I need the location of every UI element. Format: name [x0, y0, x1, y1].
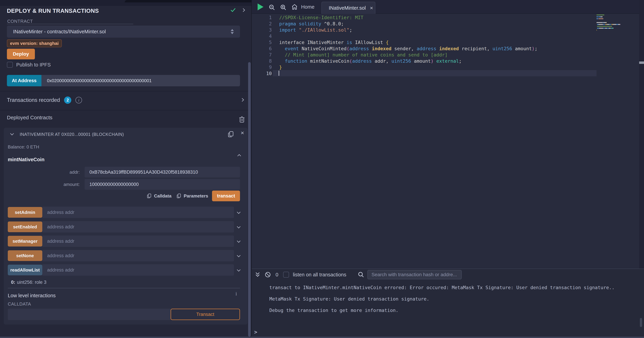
function-row: setAdmin — [8, 207, 240, 218]
setnone-arg-input[interactable] — [42, 250, 234, 261]
readallowlist-arg-input[interactable] — [42, 264, 234, 276]
panel-scrollbar-thumb[interactable] — [248, 62, 251, 336]
function-name: mintNativeCoin — [8, 157, 44, 162]
evm-version-badge: evm version: shanghai — [7, 39, 62, 47]
terminal-log-line: Debug the transaction to get more inform… — [269, 308, 614, 319]
app-statusbar — [0, 336, 644, 338]
select-updown-icon — [231, 29, 234, 34]
setmanager-arg-input[interactable] — [42, 236, 234, 247]
low-level-calldata-input[interactable] — [8, 309, 171, 320]
amount-field-input[interactable]: 1000000000000000000 — [84, 179, 240, 190]
active-tab-label: INativeMinter.sol — [329, 5, 366, 11]
deploy-run-panel: DEPLOY & RUN TRANSACTIONS CONTRACT INati… — [0, 0, 252, 338]
setadmin-button[interactable]: setAdmin — [8, 207, 42, 218]
setmanager-expand-chevron-icon[interactable] — [237, 239, 240, 243]
transact-button[interactable]: transact — [212, 190, 240, 201]
zoom-in-icon[interactable] — [280, 4, 287, 11]
at-address-input[interactable]: 0x02000000000000000000000000000000000000… — [42, 75, 240, 86]
contract-balance: Balance: 0 ETH — [8, 144, 39, 150]
function-row: setManager — [8, 236, 240, 247]
function-collapse-chevron-icon[interactable] — [238, 154, 241, 158]
panel-top-strip — [0, 0, 252, 6]
collapse-terminal-icon[interactable] — [254, 271, 261, 278]
clear-console-ban-icon[interactable] — [264, 271, 272, 278]
setenabled-expand-chevron-icon[interactable] — [237, 225, 240, 228]
run-script-play-icon[interactable] — [258, 4, 264, 10]
deployed-contracts-header: Deployed Contracts — [7, 114, 52, 120]
copy-address-icon[interactable] — [228, 130, 234, 138]
tab-home[interactable]: Home — [291, 4, 314, 10]
terminal-scrollbar-thumb[interactable] — [640, 318, 642, 327]
amount-field-label: amount: — [4, 182, 80, 187]
listen-all-transactions-label: listen on all transactions — [293, 272, 346, 278]
copy-parameters-button[interactable]: Parameters — [176, 193, 208, 199]
transactions-expand-chevron-icon[interactable] — [240, 98, 244, 102]
listen-all-transactions-checkbox[interactable] — [283, 272, 289, 278]
result-index: 0: — [11, 280, 15, 285]
terminal-search-input[interactable] — [368, 270, 462, 279]
setnone-button[interactable]: setNone — [8, 250, 42, 261]
low-level-interactions-title: Low level interactions — [8, 293, 56, 298]
parameters-button-label: Parameters — [184, 193, 208, 199]
contract-select-value: INativeMinter - contracts/INativeMinter.… — [13, 29, 106, 34]
readallowlist-button[interactable]: readAllowList — [8, 265, 42, 275]
transactions-count-badge: 2 — [64, 96, 71, 104]
home-tab-label: Home — [301, 4, 314, 10]
editor-line-numbers: 12345678910 — [259, 14, 272, 77]
publish-ipfs-label: Publish to IPFS — [16, 62, 51, 68]
calldata-button-label: Calldata — [154, 193, 172, 199]
remove-contract-icon[interactable]: × — [241, 130, 244, 136]
panel-title: DEPLOY & RUN TRANSACTIONS — [7, 8, 99, 14]
editor-tabbar: Home INativeMinter.sol × — [252, 0, 644, 14]
zoom-out-icon[interactable] — [268, 4, 276, 11]
setnone-expand-chevron-icon[interactable] — [237, 254, 240, 257]
calldata-label: CALLDATA — [8, 302, 31, 307]
trash-icon[interactable] — [239, 116, 245, 123]
readallowlist-expand-chevron-icon[interactable] — [237, 268, 240, 272]
setenabled-button[interactable]: setEnabled — [8, 222, 42, 232]
terminal-log-line: MetaMask Tx Signature: User denied trans… — [269, 296, 614, 308]
tab-inativeminter-sol[interactable]: INativeMinter.sol × — [322, 2, 375, 14]
terminal-panel: 0 listen on all transactions transact to… — [252, 268, 644, 336]
editor-right-gutter — [639, 0, 644, 268]
deploy-button[interactable]: Deploy — [7, 49, 35, 60]
contract-card-header[interactable]: INATIVEMINTER AT 0X020...00001 (BLOCKCHA… — [4, 128, 248, 140]
setadmin-arg-input[interactable] — [42, 207, 234, 218]
deployed-contract-card: INATIVEMINTER AT 0X020...00001 (BLOCKCHA… — [4, 128, 248, 324]
terminal-toolbar: 0 listen on all transactions — [252, 269, 644, 280]
card-collapse-chevron-icon[interactable] — [10, 132, 14, 135]
result-value: uint256: role 3 — [17, 280, 46, 285]
low-level-transact-button[interactable]: Transact — [170, 309, 240, 320]
top-notch — [125, 0, 252, 2]
addr-field-input[interactable]: 0xB78cbAa319ffBD899951AA30D4320f58189383… — [84, 167, 240, 178]
home-icon — [291, 4, 298, 10]
at-address-button[interactable]: At Address — [7, 75, 42, 86]
setmanager-button[interactable]: setManager — [8, 236, 42, 246]
call-result: 0:uint256: role 3 — [11, 280, 46, 285]
editor-scrollbar-handle[interactable] — [639, 62, 644, 64]
terminal-log-line: transact to INativeMinter.mintNativeCoin… — [269, 285, 614, 296]
editor-code-area[interactable]: //SPDX-License-Identifier: MITpragma sol… — [279, 14, 538, 77]
terminal-prompt[interactable]: > — [254, 329, 257, 335]
low-level-info-icon[interactable]: i — [236, 291, 237, 296]
addr-field-label: addr: — [4, 170, 80, 175]
editor-minimap[interactable] — [596, 14, 639, 268]
publish-ipfs-checkbox[interactable] — [7, 62, 13, 68]
function-row: setNone — [8, 250, 240, 261]
contract-label: CONTRACT — [7, 19, 33, 24]
panel-collapse-chevron-icon[interactable] — [241, 8, 245, 12]
editor-cursor — [279, 70, 279, 76]
pending-tx-count: 0 — [276, 272, 278, 278]
transactions-recorded-section: Transactions recorded 2 i — [0, 91, 252, 110]
compile-success-check-icon — [231, 7, 236, 12]
copy-calldata-button[interactable]: Calldata — [147, 193, 172, 199]
setenabled-arg-input[interactable] — [42, 221, 234, 232]
contract-select[interactable]: INativeMinter - contracts/INativeMinter.… — [7, 26, 240, 38]
setadmin-expand-chevron-icon[interactable] — [237, 210, 240, 214]
terminal-log-list: transact to INativeMinter.mintNativeCoin… — [269, 285, 614, 319]
terminal-search-icon — [358, 271, 365, 278]
tab-close-icon[interactable]: × — [370, 5, 373, 11]
function-row: readAllowList — [8, 264, 240, 276]
transactions-info-icon[interactable]: i — [76, 97, 82, 104]
code-editor-region: Home INativeMinter.sol × 12345678910 //S… — [252, 0, 644, 268]
